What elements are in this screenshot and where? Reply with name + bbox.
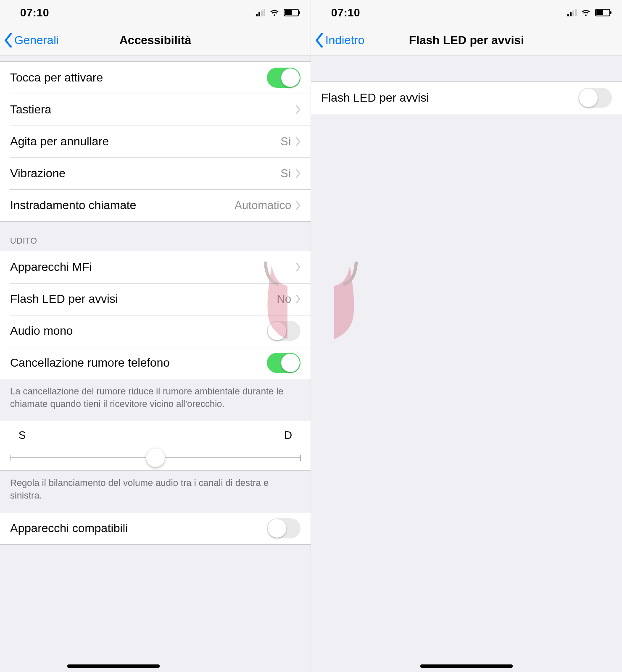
row-led-flash[interactable]: Flash LED per avvisi No	[0, 283, 311, 315]
row-label: Tocca per attivare	[10, 71, 267, 84]
footer-noise-cancel: La cancellazione del rumore riduce il ru…	[0, 379, 311, 420]
row-shake-to-undo[interactable]: Agita per annullare Sì	[0, 126, 311, 158]
back-label: Generali	[14, 34, 59, 47]
group-led: Flash LED per avvisi	[311, 81, 622, 114]
row-compatible-devices[interactable]: Apparecchi compatibili	[0, 512, 311, 544]
row-led-flash-toggle[interactable]: Flash LED per avvisi	[311, 82, 622, 114]
chevron-right-icon	[295, 105, 300, 114]
toggle-tap-to-wake[interactable]	[267, 68, 300, 88]
chevron-right-icon	[295, 137, 300, 146]
row-label: Audio mono	[10, 324, 267, 338]
battery-icon	[595, 9, 610, 16]
toggle-mono-audio[interactable]	[267, 321, 300, 341]
nav-header: Indietro Flash LED per avvisi	[311, 25, 622, 55]
row-vibration[interactable]: Vibrazione Sì	[0, 158, 311, 189]
group-hearing: Apparecchi MFi Flash LED per avvisi No A…	[0, 251, 311, 379]
chevron-right-icon	[295, 263, 300, 271]
wifi-icon	[581, 8, 591, 18]
status-icons	[256, 8, 299, 18]
row-value: Sì	[280, 135, 291, 148]
toggle-led-flash[interactable]	[578, 88, 612, 108]
group-compat: Apparecchi compatibili	[0, 512, 311, 545]
status-bar: 07:10	[311, 0, 622, 25]
row-call-routing[interactable]: Instradamento chiamate Automatico	[0, 189, 311, 221]
home-indicator	[420, 664, 513, 668]
status-time: 07:10	[331, 6, 360, 19]
watermark-icon	[311, 260, 361, 344]
toggle-noise-cancel[interactable]	[267, 353, 300, 373]
back-button[interactable]: Generali	[0, 33, 59, 47]
row-value: No	[277, 293, 291, 306]
battery-icon	[284, 9, 299, 16]
section-header-hearing: UDITO	[0, 222, 311, 251]
group-balance: S D	[0, 420, 311, 471]
row-label: Tastiera	[10, 103, 295, 116]
row-label: Instradamento chiamate	[10, 199, 235, 212]
back-button[interactable]: Indietro	[311, 33, 364, 47]
status-time: 07:10	[20, 6, 49, 19]
row-value: Automatico	[235, 199, 291, 212]
balance-right-label: D	[284, 429, 292, 442]
row-tap-to-wake[interactable]: Tocca per attivare	[0, 62, 311, 94]
chevron-left-icon	[315, 33, 324, 47]
row-mfi-devices[interactable]: Apparecchi MFi	[0, 251, 311, 283]
row-label: Apparecchi compatibili	[10, 522, 267, 535]
chevron-left-icon	[4, 33, 13, 47]
row-label: Vibrazione	[10, 167, 280, 180]
status-icons	[567, 8, 610, 18]
chevron-right-icon	[295, 201, 300, 210]
screen-led-flash: 07:10 Indietro Flash LED per avvisi Flas…	[311, 0, 622, 672]
row-label: Cancellazione rumore telefono	[10, 356, 267, 370]
cellular-icon	[256, 9, 265, 16]
chevron-right-icon	[295, 295, 300, 303]
screen-accessibility: 07:10 Generali Accessibilità Tocca per a…	[0, 0, 311, 672]
row-label: Apparecchi MFi	[10, 260, 295, 274]
balance-thumb[interactable]	[146, 449, 165, 467]
balance-slider[interactable]	[10, 449, 300, 466]
wifi-icon	[269, 8, 279, 18]
cellular-icon	[567, 9, 577, 16]
row-mono-audio[interactable]: Audio mono	[0, 315, 311, 347]
row-label: Flash LED per avvisi	[321, 91, 578, 105]
status-bar: 07:10	[0, 0, 311, 25]
row-value: Sì	[280, 167, 291, 180]
nav-header: Generali Accessibilità	[0, 25, 311, 55]
back-label: Indietro	[325, 34, 364, 47]
toggle-compatible-devices[interactable]	[267, 518, 300, 538]
balance-left-label: S	[18, 429, 26, 442]
group-interaction: Tocca per attivare Tastiera Agita per an…	[0, 61, 311, 222]
row-label: Agita per annullare	[10, 135, 280, 148]
chevron-right-icon	[295, 169, 300, 178]
footer-balance: Regola il bilanciamento del volume audio…	[0, 471, 311, 512]
home-indicator	[67, 664, 160, 668]
row-label: Flash LED per avvisi	[10, 292, 277, 306]
row-keyboard[interactable]: Tastiera	[0, 94, 311, 126]
row-noise-cancel[interactable]: Cancellazione rumore telefono	[0, 347, 311, 379]
